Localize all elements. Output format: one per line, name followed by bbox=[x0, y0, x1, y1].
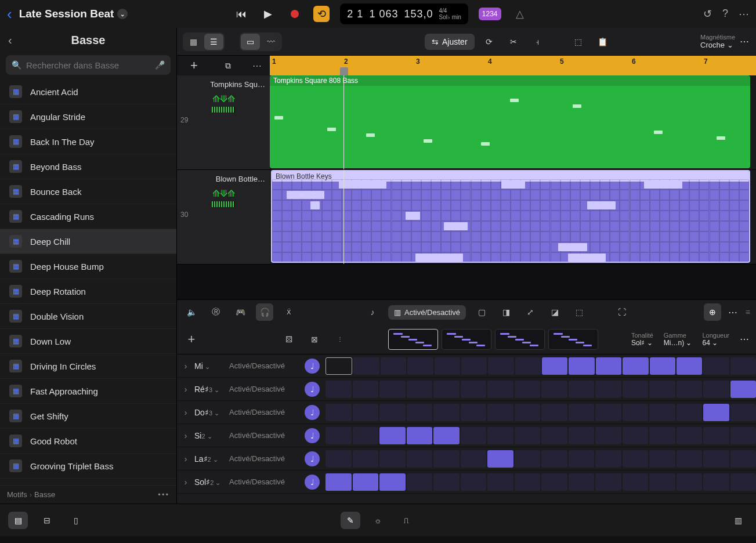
step-cell[interactable] bbox=[461, 450, 487, 468]
sidebar-more-button[interactable]: ••• bbox=[158, 490, 169, 499]
step-cell[interactable] bbox=[487, 450, 513, 468]
midi-region[interactable]: Blown Bottle Keys bbox=[271, 170, 750, 263]
patch-item[interactable]: ▦Back In The Day bbox=[0, 129, 176, 154]
fullscreen-icon[interactable]: ⛶ bbox=[613, 303, 631, 321]
row-note[interactable]: Sol♯2 ⌄ bbox=[194, 477, 229, 487]
expand-chevron-icon[interactable]: › bbox=[177, 385, 194, 394]
step-cell[interactable] bbox=[677, 473, 703, 491]
step-cell[interactable] bbox=[487, 381, 513, 398]
step-cell[interactable] bbox=[461, 357, 487, 375]
screen3-icon[interactable]: ⤢ bbox=[522, 303, 539, 321]
step-cell[interactable] bbox=[677, 404, 703, 421]
patch-item[interactable]: ▦Deep Rotation bbox=[0, 279, 176, 304]
drag-handle-icon[interactable]: ≡ bbox=[746, 307, 750, 317]
project-title[interactable]: Late Session Beat ⌄ bbox=[19, 8, 128, 20]
search-field[interactable]: 🔍 🎤 bbox=[6, 55, 171, 75]
step-cell[interactable] bbox=[433, 427, 460, 444]
step-cell[interactable] bbox=[353, 381, 379, 398]
timeline-ruler[interactable]: + ⧉ ⋯ 1234567 bbox=[177, 56, 756, 75]
patch-item[interactable]: ▦Good Robot bbox=[0, 429, 176, 454]
step-cell[interactable] bbox=[541, 427, 567, 444]
step-cell[interactable] bbox=[541, 450, 567, 468]
step-cell[interactable] bbox=[677, 450, 703, 468]
step-cell[interactable] bbox=[353, 427, 379, 444]
step-cell[interactable] bbox=[596, 357, 621, 375]
lcd-display[interactable]: 2 1 1 063 153,0 4/4 Sol♭ min bbox=[340, 3, 468, 24]
patch-item[interactable]: ▦Deep Chill bbox=[0, 229, 176, 254]
screen4-icon[interactable]: ◪ bbox=[546, 303, 563, 321]
row-note-button[interactable]: ♩ bbox=[305, 359, 320, 374]
add-row-button[interactable]: + bbox=[183, 331, 200, 348]
snap-control[interactable]: Magnétisme Croche ⌄ bbox=[700, 34, 735, 49]
step-cell[interactable] bbox=[569, 381, 595, 398]
toolbar-more-button[interactable]: ⋯ bbox=[740, 36, 750, 47]
editor-more-button[interactable]: ⋯ bbox=[728, 307, 739, 318]
step-cell[interactable] bbox=[381, 357, 406, 375]
patch-item[interactable]: ▦Grooving Triplet Bass bbox=[0, 454, 176, 479]
step-cell[interactable] bbox=[703, 381, 729, 398]
more-button[interactable]: ⋯ bbox=[739, 8, 749, 20]
step-cell[interactable] bbox=[379, 381, 406, 398]
adjust-menu[interactable]: ⇆ Ajuster bbox=[425, 34, 475, 50]
step-cell[interactable] bbox=[649, 427, 675, 444]
step-cell[interactable] bbox=[730, 450, 757, 468]
step-cell[interactable] bbox=[595, 473, 621, 491]
sub-more-button[interactable]: ⋯ bbox=[740, 334, 750, 345]
dots-vertical-icon[interactable]: ⋮ bbox=[331, 331, 349, 348]
controller-icon[interactable]: 🎮 bbox=[231, 303, 249, 321]
step-cell[interactable] bbox=[433, 381, 460, 398]
row-note[interactable]: Mi ⌄ bbox=[194, 361, 229, 371]
step-cell[interactable] bbox=[461, 427, 487, 444]
region-view-button[interactable]: ▭ bbox=[241, 34, 260, 50]
step-cell[interactable] bbox=[623, 450, 649, 468]
volume-icon[interactable]: 🔈 bbox=[183, 303, 200, 321]
center-icon[interactable]: ⊕ bbox=[704, 303, 721, 321]
screen1-icon[interactable]: ▢ bbox=[473, 303, 490, 321]
step-cell[interactable] bbox=[595, 404, 621, 421]
step-cell[interactable] bbox=[515, 404, 541, 421]
note-icon[interactable]: ♪ bbox=[364, 303, 381, 321]
step-cell[interactable] bbox=[595, 450, 621, 468]
step-cell[interactable] bbox=[623, 404, 649, 421]
step-cell[interactable] bbox=[623, 357, 648, 375]
track-row[interactable]: 29 Tompkins Squ… ⟰⟱⟰ Tompkins Square 808… bbox=[177, 75, 756, 170]
step-cell[interactable] bbox=[730, 404, 757, 421]
undo-button[interactable]: ↺ bbox=[703, 8, 712, 20]
mic-icon[interactable]: 🎤 bbox=[155, 60, 165, 70]
step-cell[interactable] bbox=[515, 357, 541, 375]
pattern-thumb[interactable] bbox=[442, 329, 491, 350]
sliders-button[interactable]: ⎍ bbox=[396, 512, 416, 529]
chevron-down-icon[interactable]: ⌄ bbox=[117, 9, 128, 19]
screen2-icon[interactable]: ◨ bbox=[497, 303, 515, 321]
step-cell[interactable] bbox=[650, 357, 675, 375]
step-cell[interactable] bbox=[435, 357, 460, 375]
step-cell[interactable] bbox=[461, 381, 487, 398]
patch-item[interactable]: ▦Ancient Acid bbox=[0, 79, 176, 104]
expand-chevron-icon[interactable]: › bbox=[177, 454, 194, 464]
track-header[interactable]: 29 Tompkins Squ… ⟰⟱⟰ bbox=[177, 75, 270, 169]
step-cell[interactable] bbox=[487, 473, 513, 491]
step-cell[interactable] bbox=[623, 427, 649, 444]
row-mode-toggle[interactable]: ▥ Activé/Desactivé bbox=[388, 305, 466, 320]
step-cell[interactable] bbox=[433, 473, 460, 491]
step-cell[interactable] bbox=[407, 404, 433, 421]
patch-item[interactable]: ▦Cascading Runs bbox=[0, 204, 176, 229]
step-cell[interactable] bbox=[379, 450, 406, 468]
longueur-param[interactable]: Longueur 64 ⌄ bbox=[703, 332, 730, 347]
track-header[interactable]: 30 Blown Bottle… ⟰⟱⟰ bbox=[177, 170, 270, 264]
x-icon[interactable]: X̂ bbox=[280, 303, 298, 321]
step-cell[interactable] bbox=[730, 357, 756, 375]
step-cell[interactable] bbox=[541, 404, 567, 421]
step-cell[interactable] bbox=[325, 357, 352, 375]
track-row[interactable]: 30 Blown Bottle… ⟰⟱⟰ Blown Bottle Keys bbox=[177, 170, 756, 265]
step-cell[interactable] bbox=[649, 381, 675, 398]
track-region-area[interactable]: Tompkins Square 808 Bass bbox=[270, 75, 756, 169]
tonalite-param[interactable]: Tonalité Sol♯ ⌄ bbox=[631, 332, 653, 347]
step-cell[interactable] bbox=[703, 357, 729, 375]
step-cell[interactable] bbox=[487, 404, 513, 421]
pattern-thumb[interactable] bbox=[495, 329, 545, 350]
breadcrumb-root[interactable]: Motifs bbox=[7, 490, 27, 499]
pattern-thumb[interactable] bbox=[388, 329, 438, 350]
track-region-area[interactable]: Blown Bottle Keys bbox=[270, 170, 756, 264]
patch-item[interactable]: ▦Get Shifty bbox=[0, 404, 176, 429]
